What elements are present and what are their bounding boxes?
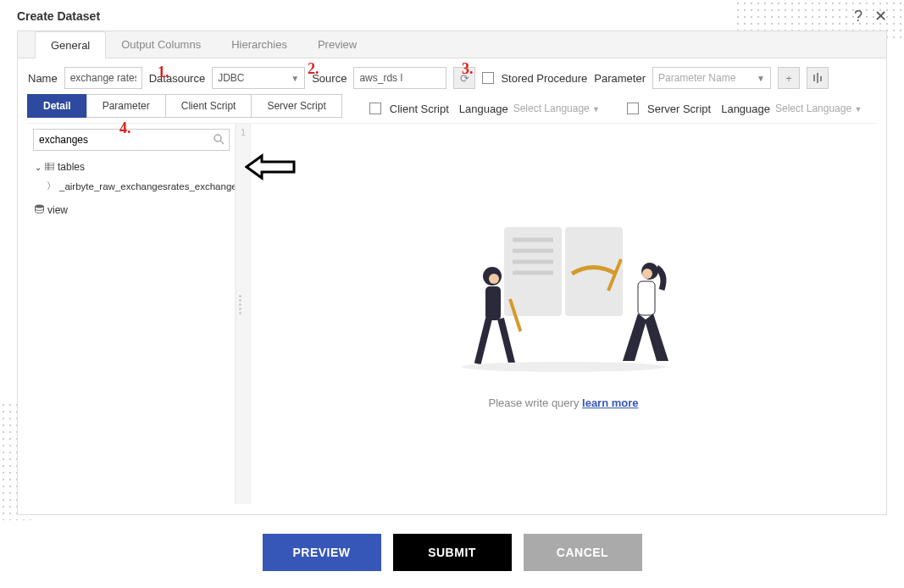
tab-preview[interactable]: Preview xyxy=(302,31,372,58)
tree-node-tables[interactable]: ⌄ tables xyxy=(35,158,228,176)
chevron-down-icon: ▼ xyxy=(757,74,765,83)
settings-icon[interactable] xyxy=(807,67,829,89)
subtab-parameter[interactable]: Parameter xyxy=(86,94,166,118)
subtab-detail[interactable]: Detail xyxy=(27,94,87,118)
cancel-button[interactable]: CANCEL xyxy=(524,534,642,571)
stored-procedure-label: Stored Procedure xyxy=(501,72,587,85)
tree-node-view[interactable]: view xyxy=(35,201,228,219)
database-icon xyxy=(35,204,44,216)
placeholder-illustration xyxy=(453,219,674,380)
svg-point-0 xyxy=(214,135,221,141)
svg-point-14 xyxy=(489,274,499,284)
tree-item-table[interactable]: 〉 _airbyte_raw_exchangesrates_exchange_r… xyxy=(35,176,228,196)
source-input[interactable] xyxy=(353,67,446,89)
svg-rect-2 xyxy=(45,163,54,170)
datasource-select[interactable]: JDBC ▼ xyxy=(212,67,305,89)
pointer-arrow-icon xyxy=(245,153,296,180)
annotation-4: 4. xyxy=(119,119,131,137)
chevron-down-icon: ⌄ xyxy=(35,163,42,172)
annotation-1: 1. xyxy=(158,64,169,81)
language-label-2: Language xyxy=(721,103,770,115)
client-script-checkbox[interactable] xyxy=(369,103,381,114)
server-language-select[interactable]: Select Language ▼ xyxy=(775,103,862,114)
svg-rect-16 xyxy=(474,318,492,364)
table-icon xyxy=(45,161,54,173)
line-number: 1 xyxy=(236,127,250,137)
annotation-3: 3. xyxy=(462,60,474,78)
svg-rect-21 xyxy=(638,281,655,315)
dialog-title: Create Dataset xyxy=(17,9,100,23)
datasource-value: JDBC xyxy=(218,72,244,84)
server-script-checkbox[interactable] xyxy=(627,103,639,114)
help-icon[interactable]: ? xyxy=(854,8,862,24)
parameter-placeholder: Parameter Name xyxy=(658,72,735,84)
chevron-right-icon: 〉 xyxy=(47,180,56,192)
svg-rect-17 xyxy=(497,318,515,364)
view-label: view xyxy=(47,204,68,216)
tab-strip: General Output Columns Hierarchies Previ… xyxy=(18,31,886,58)
client-language-select[interactable]: Select Language ▼ xyxy=(513,103,600,114)
tab-general[interactable]: General xyxy=(35,31,106,58)
name-input[interactable] xyxy=(64,67,142,89)
submit-button[interactable]: SUBMIT xyxy=(393,534,512,571)
annotation-2: 2. xyxy=(308,60,319,78)
editor-hint: Please write query learn more xyxy=(488,397,638,409)
subtab-client-script[interactable]: Client Script xyxy=(165,94,252,118)
chevron-down-icon: ▼ xyxy=(291,74,299,83)
learn-more-link[interactable]: learn more xyxy=(582,397,638,409)
search-icon[interactable] xyxy=(213,133,225,147)
stored-procedure-checkbox[interactable] xyxy=(482,72,494,84)
server-script-label: Server Script xyxy=(647,103,711,115)
tab-output-columns[interactable]: Output Columns xyxy=(106,31,216,58)
svg-point-23 xyxy=(462,362,665,372)
parameter-label: Parameter xyxy=(594,72,646,85)
language-label: Language xyxy=(459,103,508,115)
tables-label: tables xyxy=(58,161,85,173)
editor-area[interactable]: Please write query learn more xyxy=(251,124,876,504)
add-icon[interactable]: + xyxy=(778,67,800,89)
close-icon[interactable]: ✕ xyxy=(874,8,887,24)
svg-rect-15 xyxy=(485,286,501,320)
editor-gutter: 1 xyxy=(236,124,251,504)
table-item-label: _airbyte_raw_exchangesrates_exchange_rat… xyxy=(59,181,235,191)
tab-hierarchies[interactable]: Hierarchies xyxy=(216,31,302,58)
svg-line-1 xyxy=(220,141,224,144)
name-label: Name xyxy=(28,72,58,85)
hint-text: Please write query xyxy=(488,397,579,409)
preview-button[interactable]: PREVIEW xyxy=(263,534,381,571)
parameter-select[interactable]: Parameter Name ▼ xyxy=(652,67,771,89)
search-input[interactable] xyxy=(33,129,230,151)
client-script-label: Client Script xyxy=(390,103,449,115)
svg-point-20 xyxy=(642,269,652,279)
subtab-server-script[interactable]: Server Script xyxy=(251,94,341,118)
svg-point-6 xyxy=(36,205,44,208)
